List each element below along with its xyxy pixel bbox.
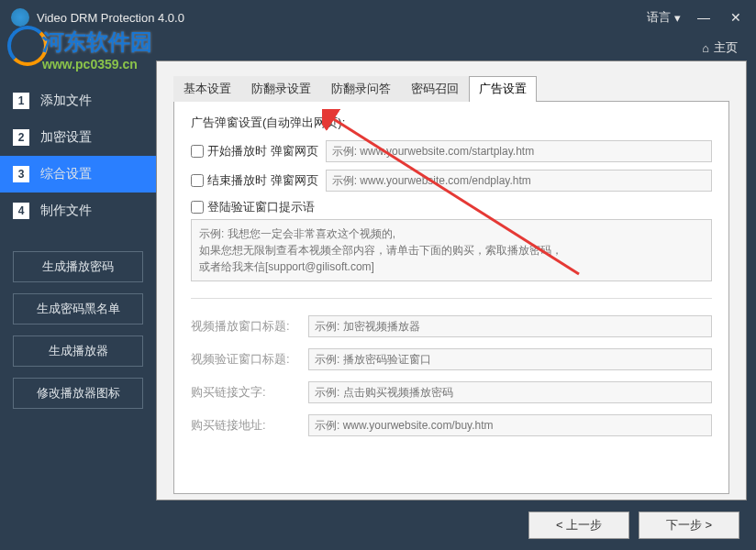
nav-item-encrypt[interactable]: 2 加密设置 [0,119,156,156]
nav-item-build[interactable]: 4 制作文件 [0,192,156,229]
tab-content: 广告弹窗设置(自动弹出网页): 开始播放时 弹窗网页 结束播放时 弹窗网页 [173,102,729,494]
gen-play-password-button[interactable]: 生成播放密码 [13,251,143,282]
gen-blacklist-button[interactable]: 生成密码黑名单 [13,293,143,324]
language-label: 语言 [647,9,671,26]
nav-item-add-files[interactable]: 1 添加文件 [0,82,156,119]
login-prompt-checkbox[interactable] [191,201,204,214]
prev-button[interactable]: < 上一步 [528,512,629,539]
buy-link-url-input[interactable] [308,414,712,436]
homebar: ⌂ 主页 [0,35,756,60]
tabs: 基本设置 防翻录设置 防翻录问答 密码召回 广告设置 [173,76,729,102]
home-link[interactable]: ⌂ 主页 [702,39,738,56]
end-play-url-input[interactable] [326,170,712,192]
titlebar: Video DRM Protection 4.0.0 语言 ▾ — ✕ [0,0,756,35]
footer: < 上一步 下一步 > [528,512,739,539]
verify-window-title-input[interactable] [308,348,712,370]
start-play-url-input[interactable] [326,140,712,162]
app-title: Video DRM Protection 4.0.0 [37,11,647,25]
nav-badge: 4 [13,203,29,219]
nav-badge: 1 [13,93,29,109]
nav-label: 添加文件 [40,93,92,109]
nav-label: 综合设置 [40,166,92,182]
play-window-title-label: 视频播放窗口标题: [191,318,294,335]
app-logo-icon [11,8,29,27]
nav-badge: 2 [13,129,29,146]
buy-link-url-label: 购买链接地址: [191,417,294,434]
buy-link-text-label: 购买链接文字: [191,384,294,401]
next-button[interactable]: 下一步 > [639,512,739,539]
start-play-checkbox-label[interactable]: 开始播放时 弹窗网页 [191,143,318,160]
home-icon: ⌂ [702,41,709,55]
chevron-down-icon: ▾ [674,11,681,25]
gen-player-button[interactable]: 生成播放器 [13,336,143,367]
tab-ad-settings[interactable]: 广告设置 [469,76,537,102]
tab-password-recall[interactable]: 密码召回 [401,76,469,102]
close-button[interactable]: ✕ [727,8,745,27]
tab-antirecord[interactable]: 防翻录设置 [241,76,321,102]
modify-icon-button[interactable]: 修改播放器图标 [13,378,143,409]
nav-label: 制作文件 [40,203,92,219]
verify-window-title-label: 视频验证窗口标题: [191,351,294,368]
section-title: 广告弹窗设置(自动弹出网页): [191,115,712,131]
sidebar: 1 添加文件 2 加密设置 3 综合设置 4 制作文件 生成播放密码 生成密码黑… [0,60,156,500]
minimize-button[interactable]: — [694,8,714,27]
play-window-title-input[interactable] [308,315,712,337]
tab-basic[interactable]: 基本设置 [173,76,241,102]
divider [191,298,712,299]
login-prompt-checkbox-label[interactable]: 登陆验证窗口提示语 [191,199,315,215]
nav-badge: 3 [13,166,29,182]
language-selector[interactable]: 语言 ▾ [647,9,681,26]
buy-link-text-input[interactable] [308,381,712,403]
end-play-checkbox[interactable] [191,174,204,187]
nav-item-general[interactable]: 3 综合设置 [0,156,156,192]
tab-antirecord-qa[interactable]: 防翻录问答 [321,76,401,102]
start-play-checkbox[interactable] [191,145,204,158]
end-play-checkbox-label[interactable]: 结束播放时 弹窗网页 [191,172,318,189]
nav-label: 加密设置 [40,129,92,146]
home-label: 主页 [714,39,738,56]
main-panel: 基本设置 防翻录设置 防翻录问答 密码召回 广告设置 广告弹窗设置(自动弹出网页… [156,60,747,500]
login-prompt-textarea[interactable] [191,219,712,281]
